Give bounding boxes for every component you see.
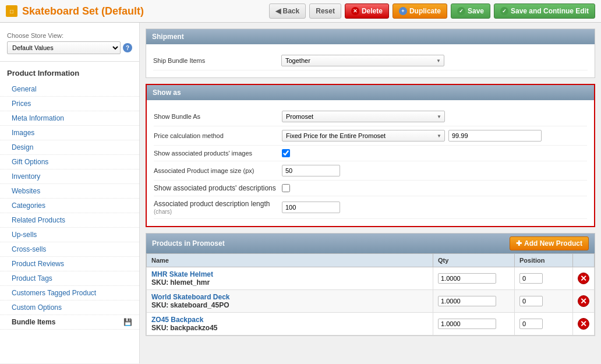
product-name-link[interactable]: MHR Skate Helmet xyxy=(151,270,428,278)
product-name-cell: ZO45 Backpack SKU: backpackzo45 xyxy=(147,313,433,335)
sidebar-item-gift[interactable]: Gift Options xyxy=(0,155,139,169)
table-row: MHR Skate Helmet SKU: hlemet_hmr xyxy=(147,267,595,290)
duplicate-button[interactable]: + Duplicate xyxy=(393,3,447,19)
product-position-cell xyxy=(515,290,573,313)
product-qty-input[interactable] xyxy=(438,319,496,329)
show-bundle-control: Promoset Product Inline xyxy=(282,111,587,122)
back-button[interactable]: ◀ Back xyxy=(269,3,306,19)
product-name-link[interactable]: World Skateboard Deck xyxy=(151,293,428,301)
price-calc-label: Price calculation method xyxy=(154,132,282,139)
product-delete-button[interactable]: ✕ xyxy=(578,273,589,284)
products-title: Products in Promoset xyxy=(152,239,225,248)
product-position-cell xyxy=(515,267,573,290)
assoc-images-row: Show associated products' images xyxy=(154,146,587,161)
price-calc-row: Price calculation method Fixed Price for… xyxy=(154,126,587,146)
page-title: Skateboard Set (Default) xyxy=(22,5,144,17)
product-delete-button[interactable]: ✕ xyxy=(578,318,589,330)
sidebar-item-tags[interactable]: Product Tags xyxy=(0,271,139,286)
assoc-desc-control xyxy=(282,184,587,192)
price-calc-select[interactable]: Fixed Price for the Entire Promoset Dyna… xyxy=(282,130,445,142)
delete-circle-icon: ✕ xyxy=(351,7,359,15)
assoc-images-checkbox[interactable] xyxy=(282,149,290,157)
sidebar-item-general[interactable]: General xyxy=(0,82,139,97)
price-calc-control: Fixed Price for the Entire Promoset Dyna… xyxy=(282,130,587,142)
image-size-input[interactable] xyxy=(282,165,340,176)
product-sku: SKU: hlemet_hmr xyxy=(151,278,428,287)
back-arrow-icon: ◀ xyxy=(275,7,281,15)
desc-length-control xyxy=(282,202,587,213)
products-table: Name Qty Position MHR Skate Helmet SKU: … xyxy=(146,253,595,335)
ship-bundle-control: Together Separately xyxy=(281,55,588,66)
sidebar-item-categories[interactable]: Categories xyxy=(0,199,139,213)
sidebar-item-crosssells[interactable]: Cross-sells xyxy=(0,242,139,257)
image-size-control xyxy=(282,165,587,176)
save-continue-button[interactable]: ✓ Save and Continue Edit xyxy=(494,3,595,19)
product-icon: □ xyxy=(6,5,17,17)
sidebar-item-bundle-items[interactable]: Bundle Items 💾 xyxy=(0,315,139,330)
content-area: Shipment Ship Bundle Items Together Sepa… xyxy=(140,23,601,363)
sidebar-item-upsells[interactable]: Up-sells xyxy=(0,228,139,242)
delete-button[interactable]: ✕ Delete xyxy=(345,3,389,19)
sidebar-section-title: Product Information xyxy=(0,66,139,82)
assoc-desc-row: Show associated products' descriptions xyxy=(154,181,587,196)
add-new-product-button[interactable]: ✚ Add New Product xyxy=(510,236,589,250)
sidebar-item-inventory[interactable]: Inventory xyxy=(0,169,139,184)
product-qty-input[interactable] xyxy=(438,273,496,284)
product-name-link[interactable]: ZO45 Backpack xyxy=(151,316,428,324)
product-delete-cell: ✕ xyxy=(573,267,595,290)
show-bundle-label: Show Bundle As xyxy=(154,113,282,120)
sidebar-item-meta[interactable]: Meta Information xyxy=(0,111,139,126)
sidebar: Choose Store View: Default Values ? Prod… xyxy=(0,23,140,363)
desc-length-row: Associated product description length (c… xyxy=(154,196,587,219)
product-delete-button[interactable]: ✕ xyxy=(578,295,589,307)
product-position-input[interactable] xyxy=(519,319,543,329)
product-position-cell xyxy=(515,313,573,335)
col-position: Position xyxy=(515,254,573,267)
ship-bundle-select-wrap: Together Separately xyxy=(281,55,444,66)
desc-length-input[interactable] xyxy=(282,202,340,213)
price-calc-select-wrap: Fixed Price for the Entire Promoset Dyna… xyxy=(282,130,445,142)
shipment-body: Ship Bundle Items Together Separately xyxy=(146,44,595,77)
sidebar-item-images[interactable]: Images xyxy=(0,126,139,140)
image-size-label: Associated Product image size (px) xyxy=(154,167,282,174)
show-bundle-row: Show Bundle As Promoset Product Inline xyxy=(154,107,587,126)
help-icon[interactable]: ? xyxy=(123,43,132,52)
product-qty-cell xyxy=(433,290,515,313)
show-bundle-select[interactable]: Promoset Product Inline xyxy=(282,111,445,122)
col-name: Name xyxy=(147,254,433,267)
sidebar-item-prices[interactable]: Prices xyxy=(0,97,139,111)
desc-length-label: Associated product description length (c… xyxy=(154,200,282,215)
main-layout: Choose Store View: Default Values ? Prod… xyxy=(0,23,601,363)
table-row: World Skateboard Deck SKU: skateboard_45… xyxy=(147,290,595,313)
shipment-section: Shipment Ship Bundle Items Together Sepa… xyxy=(146,29,595,78)
sidebar-item-related[interactable]: Related Products xyxy=(0,213,139,228)
product-qty-input[interactable] xyxy=(438,296,496,306)
assoc-images-control xyxy=(282,149,587,157)
reset-button[interactable]: Reset xyxy=(309,3,341,19)
price-value-input[interactable] xyxy=(448,130,542,142)
product-position-input[interactable] xyxy=(519,273,543,284)
product-sku: SKU: skateboard_45PO xyxy=(151,301,428,309)
products-section: Products in Promoset ✚ Add New Product N… xyxy=(146,233,595,336)
save-small-icon: 💾 xyxy=(123,318,132,326)
sidebar-item-customers-tagged[interactable]: Customers Tagged Product xyxy=(0,286,139,301)
ship-bundle-label: Ship Bundle Items xyxy=(153,57,281,64)
col-qty: Qty xyxy=(433,254,515,267)
product-name-cell: World Skateboard Deck SKU: skateboard_45… xyxy=(147,290,433,313)
sidebar-item-custom-options[interactable]: Custom Options xyxy=(0,301,139,315)
save-button[interactable]: ✓ Save xyxy=(451,3,490,19)
sidebar-item-design[interactable]: Design xyxy=(0,140,139,155)
store-view-select[interactable]: Default Values xyxy=(7,41,121,54)
save-circle-icon: ✓ xyxy=(457,7,465,15)
add-plus-icon: ✚ xyxy=(516,239,522,248)
product-delete-cell: ✕ xyxy=(573,313,595,335)
show-as-body: Show Bundle As Promoset Product Inline xyxy=(147,100,594,226)
product-position-input[interactable] xyxy=(519,296,543,306)
shipment-header: Shipment xyxy=(146,29,595,44)
show-as-header: Show as xyxy=(147,85,594,100)
sidebar-item-reviews[interactable]: Product Reviews xyxy=(0,257,139,271)
sidebar-item-websites[interactable]: Websites xyxy=(0,184,139,199)
ship-bundle-select[interactable]: Together Separately xyxy=(281,55,444,66)
assoc-desc-checkbox[interactable] xyxy=(282,184,290,192)
store-select-wrap: Default Values ? xyxy=(7,41,132,54)
